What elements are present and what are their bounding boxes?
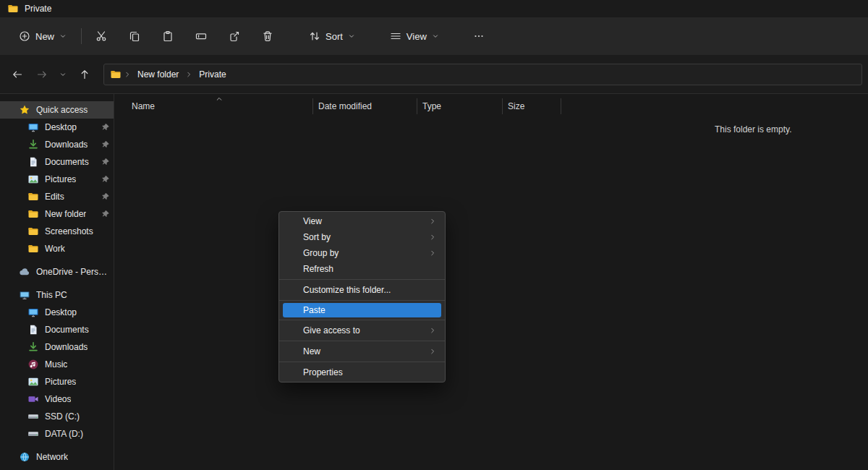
navigation-pane: Quick accessDesktopDownloadsDocumentsPic…	[0, 94, 114, 470]
breadcrumb-chevron-icon	[185, 71, 192, 78]
sidebar-item-videos[interactable]: Videos	[0, 390, 114, 408]
sidebar-item-music[interactable]: Music	[0, 356, 114, 373]
sidebar-item-data-d[interactable]: DATA (D:)	[0, 425, 114, 443]
menu-item-give-access-to[interactable]: Give access to	[279, 322, 445, 338]
sidebar-item-work[interactable]: Work	[0, 240, 114, 257]
delete-button[interactable]	[254, 24, 281, 48]
menu-item-label: New	[303, 346, 320, 356]
sidebar-item-label: Quick access	[36, 105, 88, 115]
column-header-date-modified[interactable]: Date modified	[313, 98, 417, 114]
pin-icon	[101, 210, 110, 218]
sidebar-item-pictures[interactable]: Pictures	[0, 373, 114, 390]
sidebar-item-onedrive-personal[interactable]: OneDrive - Personal	[0, 263, 114, 281]
menu-item-sort-by[interactable]: Sort by	[279, 229, 445, 245]
sort-button[interactable]: Sort	[300, 24, 364, 48]
command-bar: New Sort View	[0, 17, 868, 55]
breadcrumb-item-new-folder[interactable]: New folder	[132, 67, 184, 82]
sort-ascending-icon	[216, 95, 223, 103]
sidebar-item-label: Edits	[45, 192, 64, 202]
menu-item-label: View	[303, 216, 322, 226]
breadcrumb-item-private[interactable]: Private	[193, 67, 231, 82]
cut-button[interactable]	[88, 24, 115, 48]
chevron-right-icon	[429, 218, 436, 225]
new-button-label: New	[35, 31, 54, 42]
rename-button[interactable]	[187, 24, 215, 48]
sidebar-item-downloads[interactable]: Downloads	[0, 338, 114, 356]
sidebar-item-label: This PC	[36, 290, 67, 300]
sidebar-item-edits[interactable]: Edits	[0, 188, 114, 205]
document-icon	[27, 156, 39, 168]
copy-icon	[129, 30, 140, 42]
sidebar-item-documents[interactable]: Documents	[0, 153, 114, 171]
sidebar-item-desktop[interactable]: Desktop	[0, 119, 114, 136]
column-header-type[interactable]: Type	[417, 98, 503, 114]
empty-folder-message: This folder is empty.	[715, 124, 791, 134]
folder-icon	[27, 208, 39, 220]
sidebar-item-label: Desktop	[45, 307, 77, 317]
sidebar-item-ssd-c[interactable]: SSD (C:)	[0, 408, 114, 425]
column-header-label: Type	[422, 101, 441, 111]
folder-icon	[27, 226, 39, 237]
back-button[interactable]	[6, 63, 28, 85]
menu-item-label: Sort by	[303, 232, 331, 242]
file-list-area[interactable]: NameDate modifiedTypeSize This folder is…	[114, 94, 868, 470]
paste-button[interactable]	[154, 24, 182, 48]
column-header-size[interactable]: Size	[503, 98, 561, 114]
sidebar-item-downloads[interactable]: Downloads	[0, 136, 114, 153]
menu-separator	[279, 279, 445, 280]
sidebar-item-new-folder[interactable]: New folder	[0, 205, 114, 223]
share-button[interactable]	[221, 24, 248, 48]
menu-item-refresh[interactable]: Refresh	[279, 261, 445, 277]
menu-separator	[279, 341, 445, 341]
sidebar-item-quick-access[interactable]: Quick access	[0, 101, 114, 119]
network-icon	[19, 451, 30, 463]
ellipsis-icon	[473, 30, 485, 42]
sidebar-item-screenshots[interactable]: Screenshots	[0, 223, 114, 240]
drive-icon	[27, 428, 39, 440]
sidebar-item-documents[interactable]: Documents	[0, 321, 114, 338]
forward-button[interactable]	[30, 63, 53, 85]
menu-item-customize-this-folder[interactable]: Customize this folder...	[279, 282, 445, 298]
cloud-icon	[19, 266, 30, 278]
rename-icon	[195, 30, 207, 42]
menu-item-properties[interactable]: Properties	[279, 364, 445, 380]
menu-item-paste[interactable]: Paste	[283, 303, 441, 317]
sidebar-item-network[interactable]: Network	[0, 448, 114, 466]
sidebar-item-this-pc[interactable]: This PC	[0, 286, 114, 304]
navigation-bar: New folderPrivate	[0, 55, 868, 94]
download-icon	[27, 139, 39, 150]
view-button[interactable]: View	[381, 24, 448, 48]
sidebar-item-label: Pictures	[45, 377, 76, 387]
menu-item-label: Paste	[303, 305, 326, 315]
window-title: Private	[25, 4, 51, 14]
chevron-right-icon	[429, 348, 436, 355]
sidebar-item-desktop[interactable]: Desktop	[0, 304, 114, 321]
menu-separator	[279, 320, 445, 320]
pin-icon	[101, 158, 110, 166]
sidebar-item-label: Downloads	[45, 140, 88, 150]
menu-item-new[interactable]: New	[279, 343, 445, 359]
menu-item-view[interactable]: View	[279, 213, 445, 229]
sidebar-item-label: Documents	[45, 157, 89, 167]
address-bar[interactable]: New folderPrivate	[103, 64, 862, 85]
new-button[interactable]: New	[10, 24, 75, 48]
see-more-button[interactable]	[465, 24, 493, 48]
sidebar-item-pictures[interactable]: Pictures	[0, 171, 114, 188]
menu-item-label: Refresh	[303, 264, 333, 274]
chevron-right-icon	[429, 327, 436, 334]
copy-button[interactable]	[121, 24, 148, 48]
recent-locations-button[interactable]	[55, 63, 71, 85]
sort-arrows-icon	[309, 30, 320, 42]
up-button[interactable]	[73, 63, 95, 85]
sidebar-item-label: Work	[45, 244, 65, 254]
column-header-label: Date modified	[318, 101, 372, 111]
sidebar-item-label: Music	[45, 359, 67, 369]
sidebar-item-label: Documents	[45, 325, 89, 335]
menu-item-group-by[interactable]: Group by	[279, 245, 445, 261]
menu-item-label: Properties	[303, 367, 343, 377]
drive-icon	[27, 411, 39, 422]
picture-icon	[27, 376, 39, 388]
up-icon	[79, 69, 90, 80]
menu-separator	[279, 362, 445, 362]
cut-icon	[95, 30, 107, 42]
